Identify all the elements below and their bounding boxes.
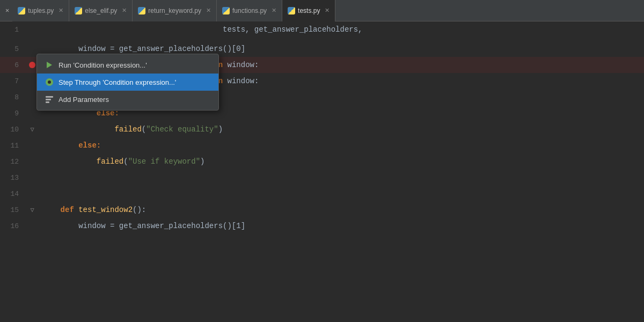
svg-point-2 [48, 80, 51, 84]
svg-rect-5 [46, 101, 49, 103]
tab-else-elif[interactable]: else_elif.py ✕ [69, 0, 133, 21]
line-num-8: 8 [0, 93, 24, 101]
code-content-12: failed("Use if keyword") [40, 157, 644, 166]
tab-tests-label: tests.py [298, 7, 320, 14]
line-num-5: 5 [0, 45, 24, 53]
line-num-16: 16 [0, 222, 24, 230]
fold-arrow-10[interactable]: ▽ [30, 126, 34, 134]
gutter-15: ▽ [24, 206, 40, 214]
line-num-13: 13 [0, 174, 24, 182]
code-line-11: 11 else: [0, 137, 644, 153]
gutter-10: ▽ [24, 126, 40, 134]
line-num-15: 15 [0, 206, 24, 214]
line-num-1: 1 [0, 26, 24, 34]
code-line-15: 15 ▽ def test_window2(): [0, 202, 644, 218]
svg-rect-3 [46, 96, 53, 98]
code-line-12: 12 failed("Use if keyword") [0, 153, 644, 170]
editor-area: 1 tests, get_answer_placeholders, Run 'C… [0, 21, 644, 322]
code-snippet-1: tests, get_answer_placeholders, [223, 25, 362, 34]
code-content-10: failed("Check equality") [40, 125, 644, 134]
tab-tests-icon [288, 7, 295, 14]
tab-else-elif-icon [75, 7, 82, 14]
line-num-7: 7 [0, 77, 24, 85]
menu-item-add-params[interactable]: Add Parameters [37, 91, 218, 108]
line-num-9: 9 [0, 109, 24, 118]
tab-bar: ✕ tuples.py ✕ else_elif.py ✕ return_keyw… [0, 0, 644, 21]
line-num-10: 10 [0, 126, 24, 134]
tab-return-keyword[interactable]: return_keyword.py ✕ [133, 0, 217, 21]
line-num-14: 14 [0, 190, 24, 198]
code-content-5: window = get_answer_placeholders()[0] [40, 45, 644, 53]
tab-else-elif-close[interactable]: ✕ [122, 7, 127, 14]
line-num-6: 6 [0, 61, 24, 69]
breakpoint-6 [29, 62, 35, 68]
tab-return-keyword-close[interactable]: ✕ [206, 7, 211, 14]
tab-tuples[interactable]: tuples.py ✕ [12, 0, 69, 21]
step-through-icon [45, 77, 54, 87]
code-container: 1 tests, get_answer_placeholders, Run 'C… [0, 21, 644, 322]
line-num-11: 11 [0, 142, 24, 150]
code-content-11: else: [40, 141, 644, 150]
code-content-15: def test_window2(): [40, 206, 644, 214]
tab-functions-icon [222, 7, 230, 14]
tab-return-keyword-label: return_keyword.py [148, 7, 201, 14]
code-line-13: 13 [0, 170, 644, 186]
run-icon [45, 60, 54, 70]
code-line-10: 10 ▽ failed("Check equality") [0, 121, 644, 137]
tab-tests[interactable]: tests.py ✕ [282, 0, 335, 21]
context-menu: Run 'Condition expression...' Step Throu… [36, 54, 219, 111]
menu-item-params-label: Add Parameters [58, 96, 109, 104]
svg-marker-0 [47, 62, 52, 68]
menu-item-step-label: Step Through 'Condition expression...' [58, 78, 176, 86]
params-icon [45, 94, 54, 104]
code-line-16: 16 window = get_answer_placeholders()[1] [0, 218, 644, 234]
code-content-1: tests, get_answer_placeholders, [40, 25, 644, 34]
menu-item-run-label: Run 'Condition expression...' [58, 61, 147, 69]
tab-return-keyword-icon [138, 7, 145, 14]
code-content-16: window = get_answer_placeholders()[1] [40, 222, 644, 230]
menu-item-run[interactable]: Run 'Condition expression...' [37, 56, 218, 74]
code-text-1 [42, 25, 223, 34]
tab-else-elif-label: else_elif.py [85, 7, 117, 14]
tab-tuples-label: tuples.py [28, 7, 54, 14]
code-line-1: 1 tests, get_answer_placeholders, [0, 21, 644, 38]
close-left-button[interactable]: ✕ [2, 6, 12, 14]
tab-tuples-icon [18, 7, 25, 14]
line-num-12: 12 [0, 158, 24, 166]
tab-tests-close[interactable]: ✕ [325, 7, 330, 14]
fold-arrow-15[interactable]: ▽ [30, 206, 34, 214]
tab-functions-label: functions.py [232, 7, 267, 14]
tab-tuples-close[interactable]: ✕ [58, 7, 63, 14]
menu-item-step-through[interactable]: Step Through 'Condition expression...' [37, 74, 218, 91]
svg-rect-4 [46, 99, 51, 100]
code-line-14: 14 [0, 186, 644, 202]
tab-functions[interactable]: functions.py ✕ [217, 0, 282, 21]
tab-functions-close[interactable]: ✕ [272, 7, 276, 14]
